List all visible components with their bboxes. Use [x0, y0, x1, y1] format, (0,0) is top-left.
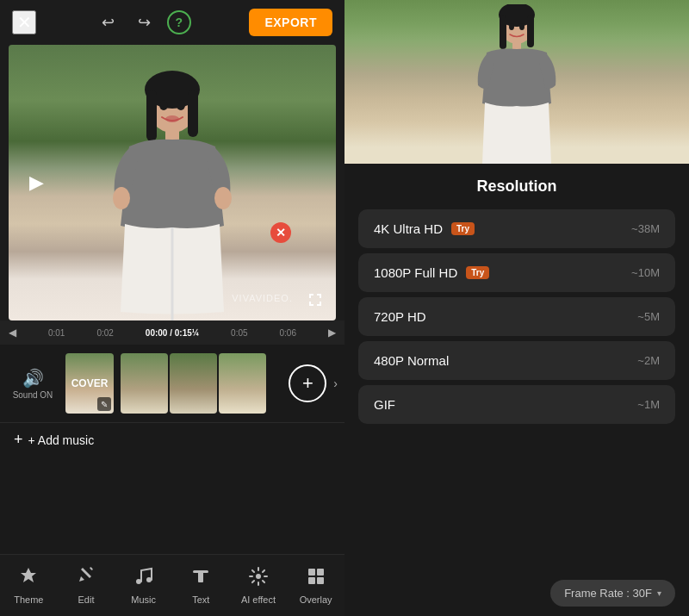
- tick-current: 00:00 / 0:15¼: [146, 328, 199, 338]
- preview-thumbnail: [344, 0, 689, 164]
- timeline-markers: ◀ 0:01 0:02 00:00 / 0:15¼ 0:05 0:06 ▶: [9, 327, 336, 339]
- svg-rect-17: [308, 569, 315, 576]
- help-button[interactable]: ?: [167, 10, 191, 34]
- svg-point-9: [177, 100, 185, 110]
- theme-label: Theme: [14, 594, 43, 605]
- nav-theme[interactable]: Theme: [3, 566, 54, 605]
- res-480p-left: 480P Normal: [374, 353, 449, 368]
- nav-text[interactable]: Text: [175, 566, 227, 605]
- preview-inner: [344, 0, 689, 164]
- sound-label: Sound ON: [13, 390, 53, 400]
- tick-0:05: 0:05: [231, 328, 247, 338]
- res-1080p-size: ~10M: [631, 266, 660, 279]
- resolution-list: 4K Ultra HD Try ~38M 1080P Full HD Try ~…: [344, 206, 689, 569]
- track-spacer: [0, 457, 344, 554]
- right-panel: Resolution 4K Ultra HD Try ~38M 1080P Fu…: [344, 0, 689, 616]
- svg-point-12: [136, 579, 141, 584]
- add-music-bar: + + Add music: [0, 422, 344, 457]
- preview-person: [469, 4, 564, 164]
- cover-thumbnail[interactable]: COVER ✎: [65, 353, 114, 414]
- frame-rate-bar: Frame Rate : 30F ▾: [344, 569, 689, 616]
- video-background: [9, 45, 336, 320]
- res-4k-size: ~38M: [631, 222, 660, 235]
- res-4k-left: 4K Ultra HD Try: [374, 221, 475, 236]
- res-720p-size: ~5M: [637, 310, 660, 323]
- edit-icon: [76, 566, 96, 592]
- sound-icon: 🔊: [22, 368, 44, 389]
- top-bar: ✕ ↩ ↪ ? EXPORT: [0, 0, 344, 45]
- nav-ai-effect[interactable]: AI effect: [233, 566, 284, 605]
- video-preview: ▶ VIVAVIDEO. ✕: [9, 45, 336, 320]
- tick-0:01: 0:01: [48, 328, 65, 338]
- overlay-label: Overlay: [300, 594, 332, 605]
- res-1080p-name: 1080P Full HD: [374, 265, 457, 280]
- res-gif-name: GIF: [374, 397, 395, 412]
- timeline-bar[interactable]: ◀ 0:01 0:02 00:00 / 0:15¼ 0:05 0:06 ▶: [0, 320, 344, 345]
- export-button[interactable]: EXPORT: [249, 9, 332, 36]
- svg-point-5: [113, 187, 130, 209]
- timeline-next[interactable]: ▶: [328, 327, 336, 339]
- clip-1[interactable]: [121, 353, 168, 414]
- nav-edit[interactable]: Edit: [60, 566, 112, 605]
- nav-music[interactable]: Music: [118, 566, 170, 605]
- play-icon: ▶: [29, 171, 44, 194]
- clip-2[interactable]: [170, 353, 217, 414]
- resolution-720p[interactable]: 720P HD ~5M: [358, 297, 675, 336]
- res-gif-left: GIF: [374, 397, 395, 412]
- sound-control[interactable]: 🔊 Sound ON: [7, 368, 59, 400]
- svg-rect-20: [317, 577, 324, 584]
- track-area: 🔊 Sound ON COVER ✎ + ›: [0, 345, 344, 422]
- resolution-480p[interactable]: 480P Normal ~2M: [358, 341, 675, 380]
- top-controls: ↩ ↪ ?: [95, 9, 191, 36]
- resolution-4k[interactable]: 4K Ultra HD Try ~38M: [358, 209, 675, 248]
- music-label: Music: [131, 594, 156, 605]
- cover-edit-icon: ✎: [97, 397, 111, 411]
- resolution-gif[interactable]: GIF ~1M: [358, 385, 675, 424]
- frame-rate-label: Frame Rate : 30F: [564, 587, 652, 600]
- music-icon: [133, 566, 154, 592]
- svg-rect-19: [308, 577, 315, 584]
- res-480p-name: 480P Normal: [374, 353, 449, 368]
- text-label: Text: [192, 594, 209, 605]
- svg-point-6: [214, 187, 232, 209]
- svg-point-10: [165, 115, 179, 122]
- bottom-nav: Theme Edit Music: [0, 554, 344, 616]
- svg-point-13: [146, 577, 152, 582]
- person-figure: [99, 71, 245, 320]
- chevron-down-icon: ▾: [657, 588, 661, 598]
- add-music-button[interactable]: + + Add music: [14, 431, 94, 449]
- svg-point-27: [519, 23, 525, 30]
- svg-rect-23: [500, 15, 506, 49]
- close-button[interactable]: ✕: [12, 10, 36, 34]
- resolution-header: Resolution: [344, 164, 689, 206]
- res-480p-size: ~2M: [637, 354, 660, 367]
- svg-point-26: [509, 23, 514, 30]
- res-720p-name: 720P HD: [374, 309, 426, 324]
- redo-button[interactable]: ↪: [131, 9, 158, 36]
- add-clip-button[interactable]: +: [289, 364, 326, 402]
- res-1080p-badge: Try: [466, 266, 489, 279]
- nav-overlay[interactable]: Overlay: [290, 566, 342, 605]
- svg-rect-3: [188, 90, 198, 137]
- svg-rect-11: [90, 567, 93, 570]
- text-nav-icon: [190, 566, 211, 592]
- cover-label: COVER: [71, 377, 109, 389]
- edit-label: Edit: [78, 594, 95, 605]
- svg-point-16: [256, 574, 261, 579]
- resolution-1080p[interactable]: 1080P Full HD Try ~10M: [358, 253, 675, 292]
- svg-rect-24: [527, 15, 534, 47]
- fullscreen-button[interactable]: [303, 288, 327, 312]
- frame-rate-button[interactable]: Frame Rate : 30F ▾: [550, 580, 675, 607]
- undo-button[interactable]: ↩: [95, 9, 122, 36]
- watermark: VIVAVIDEO.: [232, 293, 293, 303]
- theme-icon: [18, 566, 39, 592]
- play-button[interactable]: ▶: [21, 167, 52, 198]
- timeline-prev[interactable]: ◀: [9, 327, 16, 339]
- overlay-icon: [306, 566, 326, 592]
- delete-badge[interactable]: ✕: [270, 222, 291, 243]
- svg-rect-18: [317, 569, 324, 576]
- svg-rect-2: [146, 90, 157, 141]
- svg-rect-15: [198, 570, 203, 582]
- tick-0:06: 0:06: [280, 328, 296, 338]
- clip-3[interactable]: [219, 353, 266, 414]
